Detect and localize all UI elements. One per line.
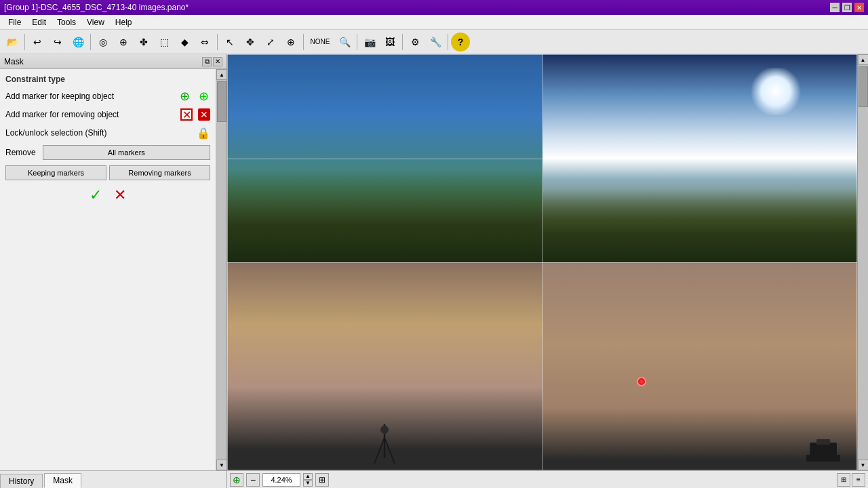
viewport-area: ▲ ▼ ⊕ − ▲ ▼ ⊞ ⊞ ≡ [227, 54, 868, 488]
lock-icon[interactable]: 🔒 [197, 126, 210, 140]
none-button[interactable]: NONE [307, 33, 334, 52]
camera-button[interactable]: 📷 [360, 33, 379, 52]
marker-buttons-row: Keeping markers Removing markers [5, 165, 210, 180]
mask-panel-header: Mask ⧉ ✕ [0, 54, 226, 69]
panorama-button[interactable]: 🌐 [68, 33, 87, 52]
pano-bottom-left [227, 262, 542, 470]
menu-edit[interactable]: Edit [26, 16, 52, 28]
panel-header-buttons: ⧉ ✕ [202, 57, 222, 66]
panel-close-button[interactable]: ✕ [213, 57, 222, 66]
grid-v-right [856, 54, 857, 470]
pano-top-left [227, 54, 542, 262]
select-cursor-button[interactable]: ↖ [220, 33, 239, 52]
zoom-fit-button[interactable]: ⊞ [315, 473, 329, 487]
svg-line-2 [384, 438, 395, 464]
menu-view[interactable]: View [81, 16, 110, 28]
svg-point-3 [380, 426, 389, 434]
menu-help[interactable]: Help [110, 16, 138, 28]
left-panel: Mask ⧉ ✕ Constraint type Add marker for … [0, 54, 227, 488]
keeping-markers-button[interactable]: Keeping markers [5, 165, 106, 180]
scroll-down-arrow[interactable]: ▼ [216, 460, 226, 470]
tree-silhouette-right [542, 190, 858, 262]
move-h-button[interactable]: ⇔ [195, 33, 214, 52]
keep-marker-icon2[interactable]: ⊕ [197, 89, 210, 103]
wrench-button[interactable]: 🔧 [426, 33, 445, 52]
panel-float-button[interactable]: ⧉ [202, 57, 212, 66]
list-view-button[interactable]: ≡ [852, 473, 865, 487]
zoom-spin: ▲ ▼ [303, 473, 313, 487]
close-button[interactable]: ✕ [854, 3, 864, 12]
viewport[interactable] [227, 54, 857, 470]
settings-button[interactable]: ⚙ [406, 33, 425, 52]
keep-marker-icon1[interactable]: ⊕ [178, 89, 191, 103]
vp-scroll-track[interactable] [858, 65, 868, 460]
crop-button[interactable]: ⬚ [155, 33, 174, 52]
filter-button[interactable]: 🔍 [335, 33, 354, 52]
sun-glow [749, 68, 803, 115]
tree-silhouette-left [227, 169, 542, 262]
undo-button[interactable]: ↩ [28, 33, 47, 52]
open-button[interactable]: 📂 [3, 33, 22, 52]
transform-button[interactable]: ✤ [134, 33, 153, 52]
menu-tools[interactable]: Tools [52, 16, 81, 28]
crosshair-button[interactable]: ⊕ [281, 33, 300, 52]
scroll-thumb[interactable] [217, 81, 226, 122]
remove-marker-row: Add marker for removing object ✕ ✕ [5, 108, 210, 121]
all-markers-button[interactable]: All markers [43, 145, 210, 160]
zoom-out-button[interactable]: − [246, 473, 260, 487]
sep4 [303, 34, 304, 50]
tab-mask[interactable]: Mask [44, 473, 81, 488]
arrows-diag-button[interactable]: ⤢ [261, 33, 280, 52]
save-img-button[interactable]: 🖼 [380, 33, 399, 52]
zoom-input[interactable] [262, 473, 300, 487]
restore-button[interactable]: ❐ [842, 3, 852, 12]
red-marker[interactable] [637, 377, 646, 386]
keep-marker-row: Add marker for keeping object ⊕ ⊕ [5, 89, 210, 103]
grid-view-button[interactable]: ⊞ [837, 473, 850, 487]
menu-file[interactable]: File [3, 16, 26, 28]
zoom-spin-down[interactable]: ▼ [303, 480, 313, 487]
scroll-up-arrow[interactable]: ▲ [216, 69, 226, 80]
remove-label: Remove [5, 148, 36, 157]
constraint-type-title: Constraint type [5, 75, 210, 84]
cancel-button[interactable]: ✕ [111, 186, 130, 205]
lock-row: Lock/unlock selection (Shift) 🔒 [5, 126, 210, 140]
lock-label: Lock/unlock selection (Shift) [5, 128, 191, 138]
viewport-scrollbar[interactable]: ▲ ▼ [857, 54, 868, 470]
titlebar: [Group 1]-DSC_4655_DSC_4713-40 images.pa… [0, 0, 868, 15]
main-layout: Mask ⧉ ✕ Constraint type Add marker for … [0, 54, 868, 488]
pano-top-right [542, 54, 858, 262]
mask-title: Mask [4, 57, 24, 66]
removing-markers-button[interactable]: Removing markers [109, 165, 210, 180]
circle-select-button[interactable]: ◎ [94, 33, 113, 52]
svg-rect-6 [806, 455, 840, 462]
svg-line-1 [374, 438, 384, 464]
bottom-tabs: History Mask [0, 470, 226, 488]
confirm-button[interactable]: ✓ [86, 186, 105, 205]
help-button[interactable]: ? [451, 33, 470, 52]
vp-scroll-thumb[interactable] [859, 66, 868, 107]
target-button[interactable]: ⊕ [114, 33, 133, 52]
zoom-in-button[interactable]: ⊕ [230, 473, 243, 487]
tab-history[interactable]: History [0, 474, 43, 488]
menubar: File Edit Tools View Help [0, 15, 868, 30]
sep2 [90, 34, 91, 50]
sep7 [448, 34, 448, 50]
panel-scrollbar[interactable]: ▲ ▼ [216, 69, 226, 470]
zoom-spin-up[interactable]: ▲ [303, 473, 313, 480]
vp-scroll-up[interactable]: ▲ [858, 54, 869, 65]
minimize-button[interactable]: ─ [830, 3, 840, 12]
scroll-track[interactable] [216, 80, 226, 460]
viewport-bottom-toolbar: ⊕ − ▲ ▼ ⊞ ⊞ ≡ [227, 470, 868, 488]
redo-button[interactable]: ↪ [48, 33, 67, 52]
remove-row: Remove All markers [5, 145, 210, 160]
remove-marker-icon1[interactable]: ✕ [180, 108, 193, 121]
remove-marker-icon2[interactable]: ✕ [198, 108, 210, 121]
diamond-button[interactable]: ◆ [175, 33, 194, 52]
sep3 [217, 34, 218, 50]
arrows-all-button[interactable]: ✥ [241, 33, 260, 52]
mask-panel: Mask ⧉ ✕ Constraint type Add marker for … [0, 54, 226, 488]
vp-scroll-down[interactable]: ▼ [858, 460, 869, 470]
mask-panel-content: Constraint type Add marker for keeping o… [0, 69, 216, 470]
grid-v-center [542, 54, 543, 470]
